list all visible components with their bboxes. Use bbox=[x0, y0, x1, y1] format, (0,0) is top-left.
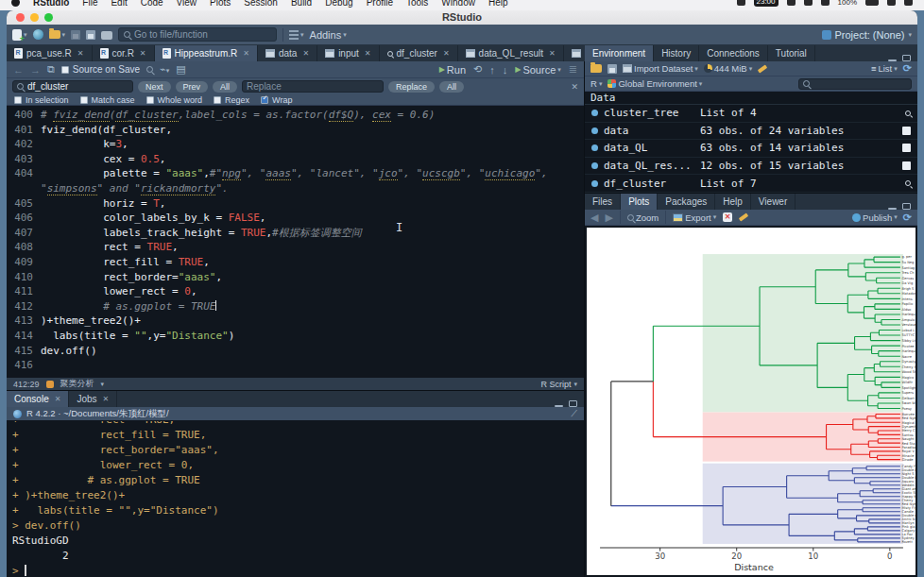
remove-plot-icon[interactable]: ✕ bbox=[723, 212, 732, 222]
console-resize-icon[interactable]: ⟋ bbox=[571, 408, 577, 419]
close-tab-icon[interactable]: ✕ bbox=[302, 49, 309, 58]
menu-profile[interactable]: Profile bbox=[367, 0, 393, 8]
status-icon[interactable] bbox=[821, 0, 830, 6]
find-option-in-selection[interactable]: In selection bbox=[14, 95, 69, 105]
zoom-window-button[interactable] bbox=[44, 13, 53, 22]
compile-report-icon[interactable]: ▤ bbox=[176, 63, 185, 76]
find-option-wrap[interactable]: Wrap bbox=[261, 95, 292, 105]
pane-tab-environment[interactable]: Environment bbox=[585, 45, 654, 61]
project-menu[interactable]: Project: (None) ▾ bbox=[822, 29, 913, 41]
console-tab-console[interactable]: Console✕ bbox=[7, 391, 69, 407]
replace-input[interactable] bbox=[242, 80, 384, 93]
close-tab-icon[interactable]: ✕ bbox=[77, 49, 84, 58]
new-project-button[interactable] bbox=[33, 29, 43, 40]
previous-plot-icon[interactable]: ◀ bbox=[590, 212, 598, 224]
view-table-icon[interactable] bbox=[902, 127, 911, 135]
popout-icon[interactable]: ⧉ bbox=[47, 63, 55, 76]
rerun-icon[interactable]: ⟲ bbox=[473, 63, 482, 76]
find-option-whole-word[interactable]: Whole word bbox=[146, 95, 203, 105]
list-view-button[interactable]: ≡ List▾ bbox=[871, 63, 898, 74]
global-environment-selector[interactable]: Global Environment▾ bbox=[607, 78, 702, 89]
find-input[interactable] bbox=[12, 80, 133, 93]
source-tab-df-cluster[interactable]: df_cluster✕ bbox=[380, 45, 458, 61]
forward-icon[interactable]: → bbox=[30, 64, 41, 76]
find-prev-button[interactable]: Prev bbox=[176, 81, 209, 93]
find-next-button[interactable]: Next bbox=[138, 81, 171, 93]
status-icon[interactable] bbox=[904, 0, 913, 6]
source-tab-data[interactable]: data✕ bbox=[258, 45, 317, 61]
menu-tools[interactable]: Tools bbox=[406, 0, 428, 8]
pane-tab-files[interactable]: Files bbox=[585, 194, 621, 210]
doc-type-selector[interactable]: R Script▾ bbox=[540, 380, 577, 389]
addins-grid-icon[interactable]: ▾ bbox=[289, 30, 304, 40]
menu-file[interactable]: File bbox=[82, 0, 97, 8]
view-table-icon[interactable] bbox=[902, 161, 911, 170]
expand-object-icon[interactable] bbox=[591, 180, 598, 187]
menu-window[interactable]: Window bbox=[441, 0, 475, 8]
status-icon[interactable] bbox=[787, 0, 796, 6]
menu-build[interactable]: Build bbox=[291, 0, 312, 8]
outline-icon[interactable]: ≣ bbox=[569, 63, 577, 76]
maximize-pane-icon[interactable] bbox=[902, 55, 911, 61]
replace-button[interactable]: Replace bbox=[388, 81, 435, 93]
environment-item[interactable]: data_QL_res...12 obs. of 15 variables bbox=[585, 158, 917, 176]
menu-app[interactable]: RStudio bbox=[33, 0, 69, 8]
language-selector[interactable]: R▾ bbox=[590, 78, 602, 89]
addins-button[interactable]: Addins▾ bbox=[310, 29, 347, 41]
code-area[interactable]: I 400# fviz_dend(df_cluster,label_cols =… bbox=[7, 106, 584, 378]
console-tab-jobs[interactable]: Jobs✕ bbox=[69, 391, 117, 407]
close-tab-icon[interactable]: ✕ bbox=[103, 395, 110, 403]
refresh-plots-icon[interactable]: ⟳ bbox=[903, 212, 912, 224]
run-down-icon[interactable]: ↓ bbox=[503, 64, 508, 76]
source-on-save-checkbox[interactable]: Source on Save bbox=[61, 64, 140, 75]
pane-tab-plots[interactable]: Plots bbox=[621, 194, 658, 210]
new-file-button[interactable]: ▾ bbox=[12, 29, 27, 41]
menu-view[interactable]: View bbox=[177, 0, 197, 8]
menu-plots[interactable]: Plots bbox=[210, 0, 231, 8]
console-output[interactable]: + rect = TRUE,+ rect_fill = TRUE,+ rect_… bbox=[7, 420, 584, 577]
goto-file-function-input[interactable]: Go to file/function bbox=[118, 27, 277, 42]
menu-edit[interactable]: Edit bbox=[111, 0, 127, 8]
zoom-plot-button[interactable]: Zoom bbox=[627, 212, 659, 223]
source-tab-input[interactable]: input✕ bbox=[317, 45, 379, 61]
environment-search-input[interactable] bbox=[798, 78, 912, 90]
back-icon[interactable]: ← bbox=[13, 64, 24, 76]
status-icon[interactable] bbox=[737, 0, 745, 6]
replace-all-button[interactable]: All bbox=[439, 81, 464, 93]
environment-item[interactable]: data_QL63 obs. of 14 variables bbox=[585, 140, 917, 158]
expand-object-icon[interactable] bbox=[591, 127, 598, 134]
maximize-pane-icon[interactable] bbox=[902, 203, 911, 210]
source-button[interactable]: ▶Source▾ bbox=[515, 64, 561, 76]
close-tab-icon[interactable]: ✕ bbox=[55, 395, 61, 403]
source-tab-pca-use-r[interactable]: pca_use.R✕ bbox=[7, 45, 93, 61]
close-tab-icon[interactable]: ✕ bbox=[365, 49, 371, 58]
close-tab-icon[interactable]: ✕ bbox=[243, 49, 249, 58]
environment-item[interactable]: cluster_treeList of 4 bbox=[585, 105, 917, 123]
window-title-bar[interactable]: RStudio bbox=[7, 10, 917, 25]
save-button[interactable] bbox=[71, 30, 80, 40]
export-plot-button[interactable]: Export▾ bbox=[673, 212, 716, 223]
pane-tab-tutorial[interactable]: Tutorial bbox=[768, 45, 815, 61]
menu-help[interactable]: Help bbox=[488, 0, 508, 8]
source-tab-hippeastrum-r[interactable]: Hippeastrum.R✕ bbox=[155, 45, 258, 61]
minimize-pane-icon[interactable] bbox=[888, 208, 897, 210]
load-workspace-icon[interactable] bbox=[590, 64, 602, 73]
source-tab-cor-r[interactable]: cor.R✕ bbox=[93, 45, 155, 61]
menu-debug[interactable]: Debug bbox=[325, 0, 352, 8]
pane-tab-help[interactable]: Help bbox=[715, 194, 751, 210]
pane-tab-connections[interactable]: Connections bbox=[699, 45, 768, 61]
find-icon[interactable] bbox=[146, 66, 153, 73]
save-all-button[interactable] bbox=[86, 30, 95, 40]
close-tab-icon[interactable]: ✕ bbox=[549, 49, 556, 58]
close-window-button[interactable] bbox=[16, 13, 25, 22]
expand-object-icon[interactable] bbox=[591, 162, 598, 169]
minimize-pane-icon[interactable] bbox=[555, 405, 563, 407]
import-dataset-button[interactable]: Import Dataset▾ bbox=[623, 63, 698, 74]
publish-button[interactable]: Publish▾ bbox=[852, 212, 898, 223]
expand-object-icon[interactable] bbox=[591, 110, 598, 116]
refresh-icon[interactable]: ⟳ bbox=[903, 62, 912, 75]
inspect-object-icon[interactable] bbox=[905, 180, 911, 186]
run-up-icon[interactable]: ↑ bbox=[489, 64, 495, 76]
code-tools-icon[interactable]: ⌁▾ bbox=[160, 63, 169, 76]
pane-tab-packages[interactable]: Packages bbox=[658, 194, 715, 210]
